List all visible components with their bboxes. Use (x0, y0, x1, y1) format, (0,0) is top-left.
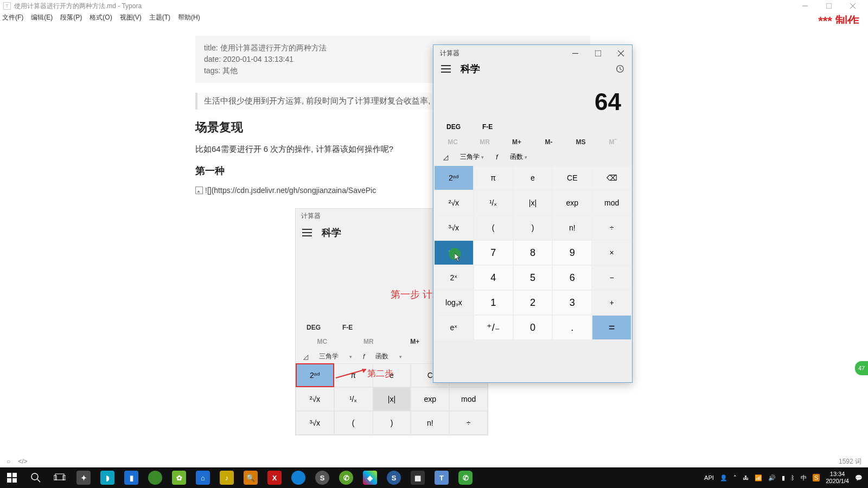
link-icon[interactable]: 🖧 (743, 474, 749, 481)
ruler-icon: ◿ (303, 353, 308, 361)
key-lparen[interactable]: ( (474, 216, 513, 240)
key-factorial[interactable]: n! (553, 216, 591, 240)
tb-app-13[interactable]: ◆ (358, 467, 382, 488)
tb-typora[interactable]: T (430, 467, 454, 488)
key-multiply[interactable]: × (592, 241, 631, 265)
key-dot[interactable]: . (553, 316, 591, 339)
menu-theme[interactable]: 主题(T) (149, 13, 170, 22)
mlist-button[interactable]: Mˇ (597, 138, 629, 146)
tb-app-14[interactable]: S (382, 467, 406, 488)
mplus-button[interactable]: M+ (501, 138, 533, 146)
tb-calculator[interactable]: ▦ (406, 467, 430, 488)
key-negate[interactable]: ⁺/₋ (474, 316, 513, 339)
calc-minimize-button[interactable] (564, 45, 586, 61)
tb-app-2[interactable]: ◗ (95, 467, 119, 488)
menu-paragraph[interactable]: 段落(P) (60, 13, 82, 22)
tb-app-5[interactable]: ✿ (167, 467, 191, 488)
key-e[interactable]: e (514, 166, 552, 190)
key-sqrt[interactable]: ²√x (435, 191, 473, 215)
func-dropdown[interactable]: 函数 ▾ (510, 152, 527, 162)
key-exp[interactable]: exp (553, 191, 591, 215)
ms-button[interactable]: MS (565, 138, 597, 146)
search-icon[interactable] (24, 467, 48, 488)
key-9[interactable]: 9 (553, 241, 591, 265)
ime-icon[interactable]: 中 (801, 474, 807, 482)
key-reciprocal[interactable]: ¹/ₓ (474, 191, 513, 215)
taskview-icon[interactable] (48, 467, 72, 488)
source-icon[interactable]: </> (18, 458, 27, 465)
key-0[interactable]: 0 (514, 316, 552, 339)
start-button[interactable] (0, 467, 24, 488)
wifi-icon[interactable]: 📶 (755, 474, 762, 481)
tb-app-8[interactable]: 🔍 (239, 467, 263, 488)
mminus-button[interactable]: M- (533, 138, 565, 146)
bluetooth-icon[interactable]: ᛒ (791, 474, 795, 481)
tb-wechat[interactable]: ✆ (454, 467, 477, 488)
tb-app-12[interactable]: ✆ (334, 467, 358, 488)
close-button[interactable] (841, 0, 865, 12)
mc-button[interactable]: MC (437, 138, 469, 146)
key-ce[interactable]: CE (553, 166, 591, 190)
calc-close-button[interactable] (609, 45, 632, 61)
key-8[interactable]: 8 (514, 241, 552, 265)
tb-app-4[interactable] (143, 467, 167, 488)
tb-app-9[interactable]: X (263, 467, 286, 488)
tb-app-10[interactable] (286, 467, 310, 488)
menu-format[interactable]: 格式(O) (90, 13, 112, 22)
key-divide[interactable]: ÷ (592, 216, 631, 240)
mr-button[interactable]: MR (469, 138, 501, 146)
key-6[interactable]: 6 (553, 266, 591, 290)
key-logyx[interactable]: logᵧx (435, 291, 473, 314)
tray-chevron-icon[interactable]: ˄ (733, 474, 737, 481)
maximize-button[interactable] (817, 0, 841, 12)
sogou-icon[interactable]: S (813, 474, 820, 481)
tb-app-1[interactable]: ✦ (72, 467, 95, 488)
key-backspace[interactable]: ⌫ (592, 166, 631, 190)
key-mod[interactable]: mod (592, 191, 631, 215)
key-2nd[interactable]: 2ⁿᵈ (435, 166, 473, 190)
key-2[interactable]: 2 (514, 291, 552, 314)
tb-app-7[interactable]: ♪ (215, 467, 239, 488)
calc-titlebar[interactable]: 计算器 (433, 45, 632, 61)
key-epowx[interactable]: eˣ (435, 316, 473, 339)
key-5[interactable]: 5 (514, 266, 552, 290)
menu-view[interactable]: 视图(V) (120, 13, 142, 22)
key-plus[interactable]: + (592, 291, 631, 314)
history-icon[interactable] (615, 64, 624, 74)
key-cbrt[interactable]: ³√x (435, 216, 473, 240)
key-1[interactable]: 1 (474, 291, 513, 314)
tb-app-3[interactable]: ▮ (119, 467, 143, 488)
tb-app-11[interactable]: S (310, 467, 334, 488)
fe-button[interactable]: F-E (482, 123, 493, 131)
menu-file[interactable]: 文件(F) (2, 13, 23, 22)
ruler-icon: ◿ (443, 153, 448, 161)
outline-icon[interactable]: ○ (7, 458, 10, 465)
deg-button[interactable]: DEG (446, 123, 461, 131)
calc-menu-icon[interactable] (441, 65, 451, 73)
calc-maximize-button[interactable] (586, 45, 609, 61)
key-4[interactable]: 4 (474, 266, 513, 290)
battery-icon[interactable]: ▮ (782, 474, 785, 481)
people-icon[interactable]: 👤 (720, 474, 727, 481)
side-badge[interactable]: 47 (855, 361, 868, 375)
key-equals[interactable]: = (592, 316, 631, 339)
key-pi[interactable]: π (474, 166, 513, 190)
key-7[interactable]: 7 (474, 241, 513, 265)
key-abs[interactable]: |x| (514, 191, 552, 215)
key-yroot[interactable]: ʸ√x (435, 241, 473, 265)
key-2powx[interactable]: 2ˣ (435, 266, 473, 290)
key-rparen[interactable]: ) (514, 216, 552, 240)
menu-help[interactable]: 帮助(H) (178, 13, 200, 22)
key-minus[interactable]: − (592, 266, 631, 290)
taskbar-clock[interactable]: 13:34 2020/1/4 (826, 471, 849, 485)
trig-dropdown[interactable]: 三角学 ▾ (460, 152, 484, 162)
calc-mode: 科学 (461, 62, 480, 75)
key-3[interactable]: 3 (553, 291, 591, 314)
tb-app-6[interactable]: ⌂ (191, 467, 215, 488)
api-label[interactable]: API (704, 474, 714, 481)
notification-icon[interactable]: 💬 (855, 474, 863, 481)
menu-edit[interactable]: 编辑(E) (31, 13, 53, 22)
volume-icon[interactable]: 🔊 (768, 474, 776, 481)
word-count[interactable]: 1592 词 (839, 457, 861, 466)
minimize-button[interactable] (793, 0, 817, 12)
